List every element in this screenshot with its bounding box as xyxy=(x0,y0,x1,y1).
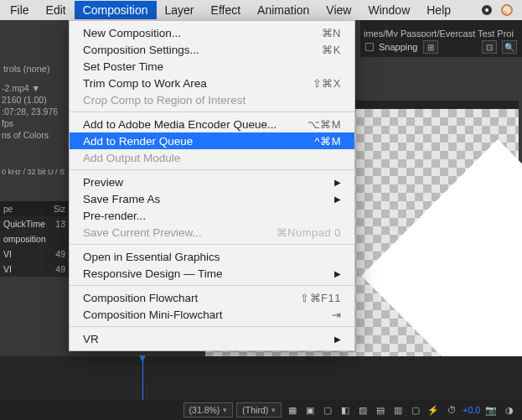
info-line-4: ns of Colors xyxy=(2,129,69,141)
cell-size: 49 xyxy=(47,264,69,274)
header-size[interactable]: Siz xyxy=(47,205,69,214)
dd-comp-flowchart[interactable]: Composition Flowchart⇧⌘F11 xyxy=(70,289,354,306)
menu-edit[interactable]: Edit xyxy=(38,1,75,19)
menu-file[interactable]: File xyxy=(2,1,38,19)
dd-sep-5 xyxy=(70,326,354,327)
views-icon[interactable]: ▥ xyxy=(390,403,406,417)
svg-point-2 xyxy=(502,5,512,15)
snapping-opt-1[interactable]: ⊞ xyxy=(423,40,438,54)
dd-composition-settings[interactable]: Composition Settings...⌘K xyxy=(70,41,354,58)
svg-point-1 xyxy=(485,8,488,12)
effect-controls-title: trols (none) xyxy=(0,60,69,77)
transparency-toggle-icon[interactable]: ▨ xyxy=(355,403,370,417)
chevron-right-icon: ▶ xyxy=(334,194,341,204)
project-row[interactable]: QuickTime 13 xyxy=(0,216,69,231)
dd-open-essential-graphics[interactable]: Open in Essential Graphics xyxy=(70,248,354,265)
cell-name: VI xyxy=(0,249,47,259)
project-row[interactable]: omposition xyxy=(0,231,69,246)
default-btn[interactable]: ⊡ xyxy=(482,40,497,54)
info-line-3: :07:28, 23.976 fps xyxy=(2,106,69,129)
menu-effect[interactable]: Effect xyxy=(203,1,250,19)
dd-set-poster-time[interactable]: Set Poster Time xyxy=(70,58,354,75)
dd-crop-comp: Crop Comp to Region of Interest xyxy=(70,91,354,108)
chevron-right-icon: ▶ xyxy=(334,334,341,344)
project-row[interactable]: VI 49 xyxy=(0,262,69,277)
fast-preview-icon[interactable]: ⚡ xyxy=(426,403,441,417)
snapping-label: Snapping xyxy=(379,42,418,52)
mask-icon[interactable]: ▢ xyxy=(320,403,335,417)
dd-sep-4 xyxy=(70,285,354,286)
pixel-aspect-icon[interactable]: ▢ xyxy=(408,403,423,417)
cell-size: 49 xyxy=(47,249,69,259)
resolution-dropdown[interactable]: (Third)▾ xyxy=(236,402,282,417)
cell-name: QuickTime xyxy=(0,219,47,229)
cloud-sync-icon[interactable] xyxy=(500,3,514,17)
chevron-right-icon: ▶ xyxy=(334,178,341,187)
timecode-icon[interactable]: ⏱ xyxy=(444,403,459,417)
info-line-2: 2160 (1.00) xyxy=(2,94,69,106)
cell-name: omposition xyxy=(0,234,47,244)
snapping-checkbox[interactable] xyxy=(365,43,374,51)
exposure-value[interactable]: +0.0 xyxy=(463,405,480,415)
menu-composition[interactable]: Composition xyxy=(75,1,157,19)
chevron-right-icon: ▶ xyxy=(334,269,341,278)
roi-icon[interactable]: ◧ xyxy=(338,403,353,417)
dd-responsive-design[interactable]: Responsive Design — Time▶ xyxy=(70,265,354,282)
dd-add-ame-queue[interactable]: Add to Adobe Media Encoder Queue...⌥⌘M xyxy=(70,116,354,132)
zoom-dropdown[interactable]: (31.8%)▾ xyxy=(183,402,234,417)
options-bar: Snapping ⊞ ⊡ 🔍 xyxy=(360,37,522,57)
dd-save-frame-as[interactable]: Save Frame As▶ xyxy=(70,190,354,207)
project-headers: pe Siz xyxy=(0,201,69,216)
snapshot-icon[interactable]: 📷 xyxy=(483,403,499,417)
info-panel: -2.mp4 ▼ 2160 (1.00) :07:28, 23.976 fps … xyxy=(0,82,69,141)
audio-info: 0 kHz / 32 bit U / S xyxy=(0,168,69,176)
menu-window[interactable]: Window xyxy=(359,1,418,19)
dd-add-render-queue[interactable]: Add to Render Queue^⌘M xyxy=(70,132,354,149)
search-btn[interactable]: 🔍 xyxy=(502,40,517,54)
dd-preview[interactable]: Preview▶ xyxy=(70,174,354,190)
viewer-buttons: ▦ ▣ ▢ ◧ ▨ ▤ ▥ ▢ ⚡ xyxy=(285,403,441,417)
dd-prerender[interactable]: Pre-render... xyxy=(70,207,354,224)
composition-dropdown: New Composition...⌘N Composition Setting… xyxy=(69,20,355,351)
dd-sep-2 xyxy=(70,169,354,170)
dd-trim-comp[interactable]: Trim Comp to Work Area⇧⌘X xyxy=(70,75,354,91)
grid-icon[interactable]: ▦ xyxy=(285,403,300,417)
menu-help[interactable]: Help xyxy=(418,1,459,19)
dd-comp-mini-flowchart[interactable]: Composition Mini-Flowchart⇥ xyxy=(70,306,354,323)
menubar: File Edit Composition Layer Effect Anima… xyxy=(0,0,522,20)
menubar-tray xyxy=(480,3,522,17)
dd-save-current-preview: Save Current Preview...⌘Numpad 0 xyxy=(70,224,354,241)
current-time-indicator[interactable] xyxy=(142,356,143,400)
project-panel: pe Siz QuickTime 13 omposition VI 49 VI … xyxy=(0,201,69,277)
viewer-footer: (31.8%)▾ (Third)▾ ▦ ▣ ▢ ◧ ▨ ▤ ▥ ▢ ⚡ ⏱ +0… xyxy=(0,400,522,420)
header-type[interactable]: pe xyxy=(0,205,47,214)
project-row[interactable]: VI 49 xyxy=(0,246,69,262)
menu-animation[interactable]: Animation xyxy=(249,1,318,19)
dd-new-composition[interactable]: New Composition...⌘N xyxy=(70,24,354,41)
channel-icon[interactable]: ◑ xyxy=(502,403,517,417)
timeline-panel[interactable] xyxy=(0,356,522,400)
antivirus-icon[interactable] xyxy=(480,3,494,17)
cell-size: 13 xyxy=(47,219,69,229)
dd-sep-1 xyxy=(70,111,354,112)
dd-sep-3 xyxy=(70,244,354,245)
menu-layer[interactable]: Layer xyxy=(157,1,203,19)
dd-vr[interactable]: VR▶ xyxy=(70,330,354,347)
guides-icon[interactable]: ▣ xyxy=(302,403,318,417)
dd-add-output-module: Add Output Module xyxy=(70,149,354,166)
3d-view-icon[interactable]: ▤ xyxy=(373,403,388,417)
cell-name: VI xyxy=(0,264,47,274)
menu-view[interactable]: View xyxy=(318,1,359,19)
info-line-1: -2.mp4 ▼ xyxy=(2,82,69,94)
